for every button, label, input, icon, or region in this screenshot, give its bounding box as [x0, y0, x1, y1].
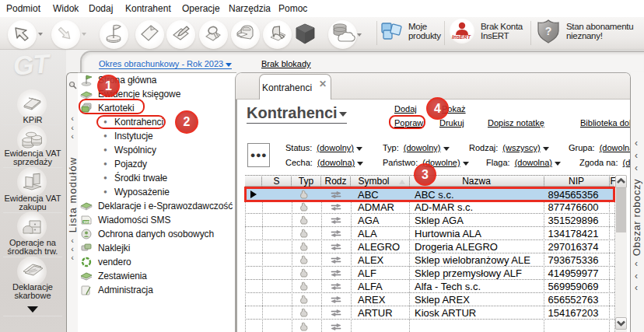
svg-text:SMS: SMS [83, 220, 90, 224]
svg-text:?: ? [545, 25, 552, 37]
